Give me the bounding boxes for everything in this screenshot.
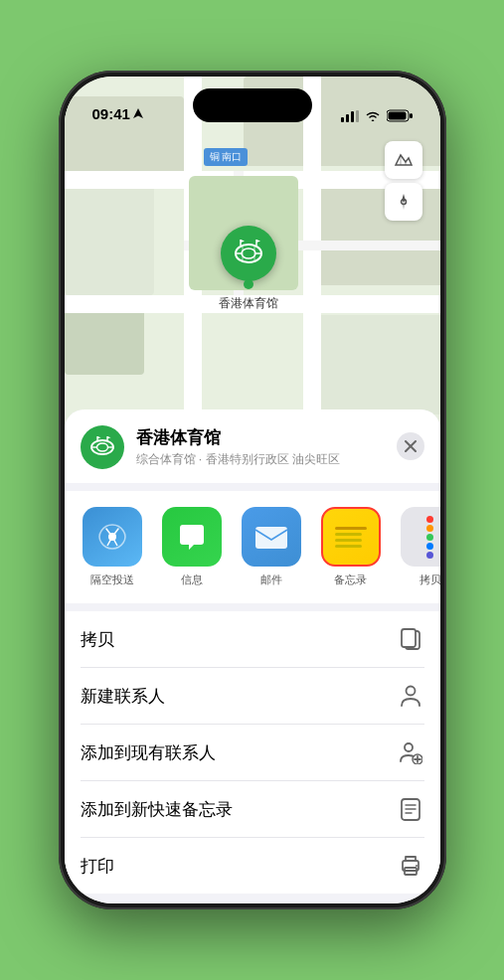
- station-prefix: 铜: [210, 151, 220, 162]
- add-existing-label: 添加到现有联系人: [81, 741, 216, 764]
- notes-line-1: [335, 527, 367, 530]
- share-item-more[interactable]: 拷贝: [399, 507, 440, 587]
- person-add-svg: [399, 740, 422, 764]
- messages-icon-wrap: [162, 507, 222, 567]
- more-icon-wrap: [401, 507, 440, 567]
- close-icon: [405, 440, 417, 452]
- action-new-contact[interactable]: 新建联系人: [81, 668, 424, 725]
- action-copy[interactable]: 拷贝: [81, 611, 424, 668]
- phone-screen: 09:41: [65, 77, 440, 903]
- station-label: 铜 南口: [204, 148, 249, 166]
- location-button[interactable]: [385, 183, 422, 221]
- dot-green: [426, 534, 433, 541]
- map-block-light: [313, 315, 440, 414]
- stadium-pin[interactable]: 香港体育馆: [219, 226, 278, 312]
- notes-lines: [335, 527, 367, 548]
- svg-point-27: [405, 743, 413, 751]
- action-add-notes[interactable]: 添加到新快速备忘录: [81, 781, 424, 838]
- svg-rect-1: [346, 114, 349, 122]
- map-type-button[interactable]: [385, 141, 422, 179]
- venue-name: 香港体育馆: [136, 426, 424, 449]
- status-icons: [341, 109, 413, 122]
- dynamic-island: [193, 88, 312, 122]
- svg-point-9: [242, 248, 255, 258]
- person-icon: [397, 682, 424, 710]
- add-notes-label: 添加到新快速备忘录: [81, 798, 233, 821]
- note-svg: [400, 797, 421, 821]
- sheet-header: 香港体育馆 综合体育馆 · 香港特别行政区 油尖旺区: [65, 409, 440, 483]
- action-add-existing[interactable]: 添加到现有联系人: [81, 725, 424, 781]
- share-item-messages[interactable]: 信息: [160, 507, 224, 587]
- new-contact-label: 新建联系人: [81, 685, 165, 708]
- more-label: 拷贝: [420, 572, 440, 587]
- share-item-notes[interactable]: 备忘录: [319, 507, 383, 587]
- mail-label: 邮件: [260, 572, 282, 587]
- dot-orange: [426, 525, 433, 532]
- svg-point-37: [416, 865, 418, 867]
- copy-label: 拷贝: [81, 628, 114, 651]
- svg-rect-23: [255, 527, 287, 549]
- copy-icon: [397, 625, 424, 653]
- dot-red: [426, 516, 433, 523]
- svg-rect-25: [402, 629, 416, 647]
- printer-svg: [399, 855, 422, 877]
- venue-info: 香港体育馆 综合体育馆 · 香港特别行政区 油尖旺区: [136, 426, 424, 468]
- compass-icon: [395, 193, 413, 211]
- share-item-mail[interactable]: 邮件: [240, 507, 303, 587]
- svg-point-15: [96, 443, 107, 451]
- map-controls: [385, 141, 422, 225]
- svg-rect-5: [410, 113, 413, 118]
- close-button[interactable]: [397, 432, 424, 460]
- share-row: 隔空投送 信息: [65, 491, 440, 603]
- notes-line-2: [335, 533, 362, 536]
- dot-blue: [426, 543, 433, 550]
- copy-svg: [400, 627, 421, 651]
- notes-line-3: [335, 539, 362, 542]
- print-label: 打印: [81, 855, 114, 878]
- messages-icon: [175, 520, 209, 554]
- printer-icon: [397, 852, 424, 880]
- venue-icon-svg: [89, 436, 115, 458]
- signal-icon: [341, 110, 359, 122]
- airdrop-icon-wrap: [83, 507, 142, 567]
- map-type-icon: [394, 150, 414, 170]
- svg-rect-0: [341, 117, 344, 122]
- venue-pin-label: 香港体育馆: [219, 295, 278, 312]
- airdrop-label: 隔空投送: [90, 572, 134, 587]
- battery-icon: [387, 109, 413, 122]
- venue-icon: [81, 425, 124, 469]
- pin-circle: [221, 226, 276, 281]
- share-item-airdrop[interactable]: 隔空投送: [81, 507, 144, 587]
- location-arrow-icon: [133, 108, 143, 120]
- station-name: 南口: [222, 151, 242, 162]
- wifi-icon: [365, 110, 381, 122]
- svg-rect-6: [388, 112, 406, 120]
- action-print[interactable]: 打印: [81, 838, 424, 894]
- phone-frame: 09:41: [59, 71, 446, 909]
- action-rows: 拷贝 新建联系人: [65, 611, 440, 894]
- mail-icon-wrap: [242, 507, 301, 567]
- notes-label: 备忘录: [334, 572, 367, 587]
- more-dots-container: [426, 516, 433, 559]
- map-block-light: [65, 176, 154, 295]
- svg-rect-3: [356, 110, 359, 122]
- svg-rect-2: [351, 111, 354, 122]
- dot-purple: [426, 552, 433, 559]
- clock: 09:41: [92, 105, 130, 122]
- bottom-sheet: 香港体育馆 综合体育馆 · 香港特别行政区 油尖旺区: [65, 409, 440, 903]
- person-add-icon: [397, 738, 424, 766]
- notes-line-4: [335, 545, 362, 548]
- svg-point-26: [406, 687, 415, 696]
- airdrop-icon: [95, 520, 129, 554]
- venue-subtitle: 综合体育馆 · 香港特别行政区 油尖旺区: [136, 451, 424, 468]
- mail-icon: [253, 522, 289, 552]
- stadium-icon: [233, 240, 264, 267]
- person-svg: [400, 684, 421, 708]
- status-time: 09:41: [92, 105, 143, 122]
- note-icon: [397, 795, 424, 823]
- notes-icon-wrap: [321, 507, 381, 567]
- messages-label: 信息: [181, 572, 203, 587]
